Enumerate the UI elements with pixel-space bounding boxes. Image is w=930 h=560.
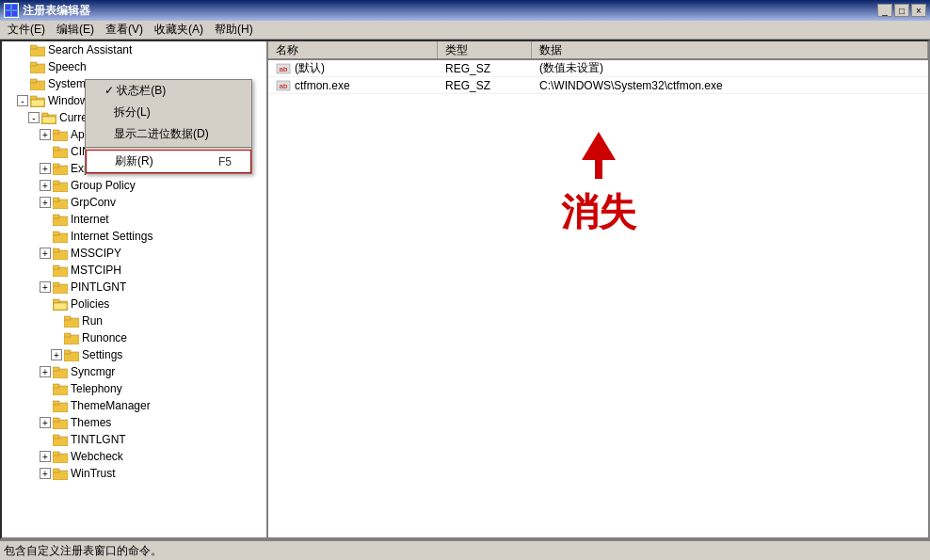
cell-data: (数值未设置) [532,60,928,76]
title-buttons: _ □ × [877,4,926,17]
expand-pintlgnt[interactable]: + [40,281,51,293]
tree-item-themes[interactable]: + Themes [2,414,266,431]
minimize-button[interactable]: _ [877,4,892,17]
tree-label: MSTCIPH [71,264,121,277]
maximize-button[interactable]: □ [894,4,909,17]
window-title: 注册表编辑器 [23,3,90,19]
svg-rect-52 [53,418,59,422]
expand-webcheck[interactable]: + [40,451,51,462]
title-bar: 注册表编辑器 _ □ × [0,0,930,21]
tree-item-grpconv[interactable]: + GrpConv [2,194,266,211]
tree-label: TINTLGNT [71,433,126,446]
tree-label: GrpConv [71,196,116,209]
folder-icon [64,348,79,361]
expand-syncmgr[interactable]: + [40,366,51,377]
tree-label: Run [82,314,103,328]
content-area: ✓ 状态栏(B) 拆分(L) 显示二进位数据(D) 刷新(R) F5 [0,40,930,539]
expand-windows[interactable]: - [17,95,28,106]
tree-item-run[interactable]: Run [2,312,266,329]
close-button[interactable]: × [911,4,926,17]
table-header: 名称 类型 数据 [268,41,928,60]
folder-icon [53,128,68,141]
menu-split[interactable]: 拆分(L) [86,102,251,123]
tree-item-mstciph[interactable]: MSTCIPH [2,262,266,279]
expand-grouppolicy[interactable]: + [40,180,51,191]
svg-rect-5 [30,45,37,49]
tree-item-search-assistant[interactable]: Search Assistant [2,41,266,58]
svg-rect-37 [53,299,59,303]
tree-item-webcheck[interactable]: + Webcheck [2,448,266,465]
tree-item-internetsettings[interactable]: Internet Settings [2,228,266,245]
tree-panel[interactable]: ✓ 状态栏(B) 拆分(L) 显示二进位数据(D) 刷新(R) F5 [2,41,268,537]
expand-themes[interactable]: + [40,417,51,428]
app-icon [4,3,19,18]
expand-settings[interactable]: + [51,349,62,360]
folder-icon [53,365,68,378]
tree-item-pintlgnt[interactable]: + PINTLGNT [2,279,266,296]
svg-rect-7 [30,62,37,66]
no-expand [40,231,51,242]
menu-help[interactable]: 帮助(H) [209,20,259,40]
svg-rect-42 [64,333,71,337]
tree-item-settings[interactable]: + Settings [2,346,266,363]
menu-statusbar[interactable]: ✓ 状态栏(B) [86,80,251,102]
tree-item-speech[interactable]: Speech [2,58,266,75]
folder-icon [30,77,45,90]
menu-favorites[interactable]: 收藏夹(A) [149,20,209,40]
tree-label: Group Policy [71,179,136,192]
menu-binary[interactable]: 显示二进位数据(D) [86,123,251,145]
expand-currentversion[interactable]: - [28,112,40,123]
svg-rect-12 [31,100,44,106]
tree-label: MSSCIPY [71,247,121,260]
svg-rect-17 [53,130,59,134]
svg-rect-27 [53,215,59,218]
no-expand [40,434,51,445]
expand-applets[interactable]: + [40,129,51,140]
tree-label: Webcheck [71,450,123,463]
no-expand [17,61,28,72]
cell-data: C:\WINDOWS\System32\ctfmon.exe [532,79,928,92]
folder-icon [53,213,68,226]
annotation-text: 消失 [561,186,636,238]
menu-refresh[interactable]: 刷新(R) F5 [86,150,251,173]
table-row[interactable]: ab (默认) REG_SZ (数值未设置) [268,60,928,77]
tree-item-grouppolicy[interactable]: + Group Policy [2,177,266,194]
tree-item-thememanager[interactable]: ThemeManager [2,397,266,414]
tree-item-policies[interactable]: Policies [2,296,266,312]
svg-rect-9 [30,79,37,83]
tree-item-runonce[interactable]: Runonce [2,329,266,346]
arrow-container [582,132,616,179]
menu-edit[interactable]: 编辑(E) [51,20,100,40]
svg-rect-11 [30,96,37,100]
tree-item-tintlgnt[interactable]: TINTLGNT [2,431,266,448]
expand-wintrust[interactable]: + [40,468,51,479]
no-expand [40,214,51,225]
tree-item-internet[interactable]: Internet [2,211,266,228]
menu-file[interactable]: 文件(E) [2,20,51,40]
tree-label: Speech [48,60,87,73]
expand-explorer[interactable]: + [40,163,51,174]
cell-type: REG_SZ [438,62,532,75]
folder-icon [53,179,68,192]
tree-item-msscipy[interactable]: + MSSCIPY [2,245,266,262]
svg-rect-35 [53,282,59,286]
folder-icon [53,230,68,243]
svg-rect-15 [42,117,56,123]
expand-grpconv[interactable]: + [40,197,51,208]
annotation-area: 消失 [268,132,928,238]
tree-item-telephony[interactable]: Telephony [2,380,266,397]
menu-separator [86,147,251,148]
folder-icon [53,399,68,412]
tree-item-wintrust[interactable]: + WinTrust [2,465,266,482]
tree-item-syncmgr[interactable]: + Syncmgr [2,363,266,380]
tree-label: Settings [82,348,122,361]
table-row[interactable]: ab ctfmon.exe REG_SZ C:\WINDOWS\System32… [268,77,928,94]
folder-icon [53,433,68,446]
svg-rect-29 [53,232,59,235]
folder-icon [53,145,68,158]
folder-icon [53,416,68,429]
folder-icon-open [30,94,45,107]
menu-view[interactable]: 查看(V) [100,20,149,40]
folder-icon-open [41,111,56,124]
expand-msscipy[interactable]: + [40,248,51,259]
